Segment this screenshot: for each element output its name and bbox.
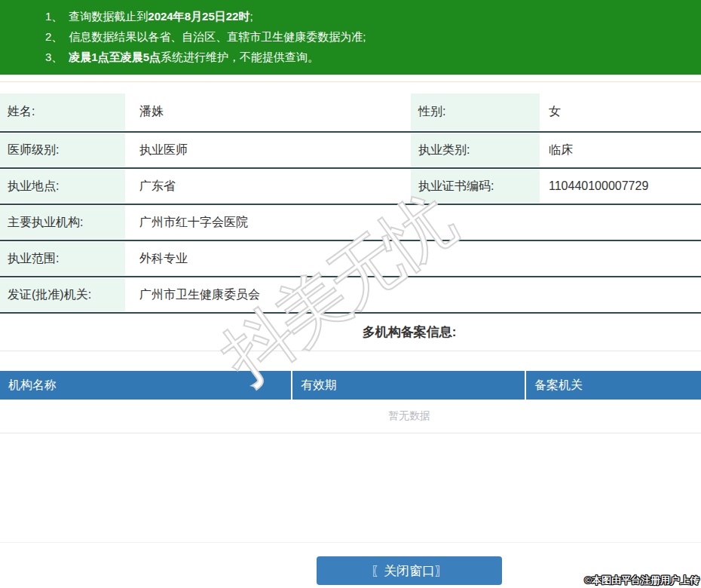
table-row: 主要执业机构: 广州市红十字会医院 — [0, 205, 701, 241]
name-value: 潘姝 — [139, 93, 164, 130]
practice-location-value: 广东省 — [139, 170, 176, 203]
practice-category-value: 临床 — [549, 133, 573, 167]
divider — [0, 81, 701, 82]
practice-scope-label: 执业范围: — [0, 242, 125, 275]
practice-location-label: 执业地点: — [0, 170, 125, 203]
column-header-authority: 备案机关 — [526, 371, 701, 400]
notice-text: 信息数据结果以各省、自治区、直辖市卫生健康委数据为准; — [69, 30, 366, 43]
certificate-number-value: 110440100007729 — [549, 170, 648, 203]
certificate-number-label: 执业证书编码: — [411, 170, 540, 203]
no-data-message: 暂无数据 — [0, 400, 701, 433]
issuing-authority-value: 广州市卫生健康委员会 — [139, 278, 260, 311]
notice-text: 查询数据截止到 — [69, 10, 148, 23]
gender-value: 女 — [549, 93, 561, 130]
notice-text: 系统进行维护，不能提供查询。 — [161, 51, 319, 63]
issuing-authority-label: 发证(批准)机关: — [0, 278, 125, 311]
close-window-button[interactable]: 〖关闭窗口〗 — [317, 556, 502, 585]
blank-area — [0, 433, 701, 543]
main-institution-label: 主要执业机构: — [0, 206, 125, 239]
notice-number: 1、 — [45, 10, 63, 23]
name-label: 姓名: — [0, 93, 125, 130]
notice-line-1: 1、查询数据截止到2024年8月25日22时; — [45, 6, 701, 26]
page-content: 1、查询数据截止到2024年8月25日22时; 2、信息数据结果以各省、自治区、… — [0, 0, 701, 585]
table-row: 执业地点: 广东省 执业证书编码: 110440100007729 — [0, 169, 701, 205]
notice-line-2: 2、信息数据结果以各省、自治区、直辖市卫生健康委数据为准; — [45, 26, 701, 47]
copyright-watermark: ©本图由平台注册用户上传 — [584, 574, 699, 587]
doctor-level-label: 医师级别: — [0, 133, 125, 167]
notice-bold-text: 凌晨1点至凌晨5点 — [69, 51, 161, 63]
column-header-validity: 有效期 — [292, 371, 526, 400]
practice-scope-value: 外科专业 — [139, 242, 188, 275]
table-row: 执业范围: 外科专业 — [0, 241, 701, 277]
gender-label: 性别: — [411, 93, 540, 130]
filing-section: 多机构备案信息: — [0, 314, 701, 351]
notice-number: 3、 — [45, 51, 63, 63]
notice-number: 2、 — [45, 30, 63, 43]
notice-bold-text: 2024年8月25日22时 — [148, 10, 249, 23]
doctor-level-value: 执业医师 — [139, 133, 188, 167]
notice-text: ; — [249, 10, 253, 23]
table-row: 医师级别: 执业医师 执业类别: 临床 — [0, 133, 701, 169]
practice-category-label: 执业类别: — [411, 133, 540, 167]
column-header-institution: 机构名称 — [0, 371, 292, 400]
filing-section-title: 多机构备案信息: — [363, 323, 457, 341]
main-institution-value: 广州市红十字会医院 — [139, 206, 248, 239]
table-row: 姓名: 潘姝 性别: 女 — [0, 93, 701, 133]
notice-banner: 1、查询数据截止到2024年8月25日22时; 2、信息数据结果以各省、自治区、… — [0, 0, 701, 75]
table-row: 发证(批准)机关: 广州市卫生健康委员会 — [0, 277, 701, 314]
filing-table-header: 机构名称 有效期 备案机关 — [0, 371, 701, 400]
notice-line-3: 3、凌晨1点至凌晨5点系统进行维护，不能提供查询。 — [45, 47, 701, 67]
doctor-info-table: 姓名: 潘姝 性别: 女 医师级别: 执业医师 执业类别: 临床 执业地点: 广… — [0, 93, 701, 314]
